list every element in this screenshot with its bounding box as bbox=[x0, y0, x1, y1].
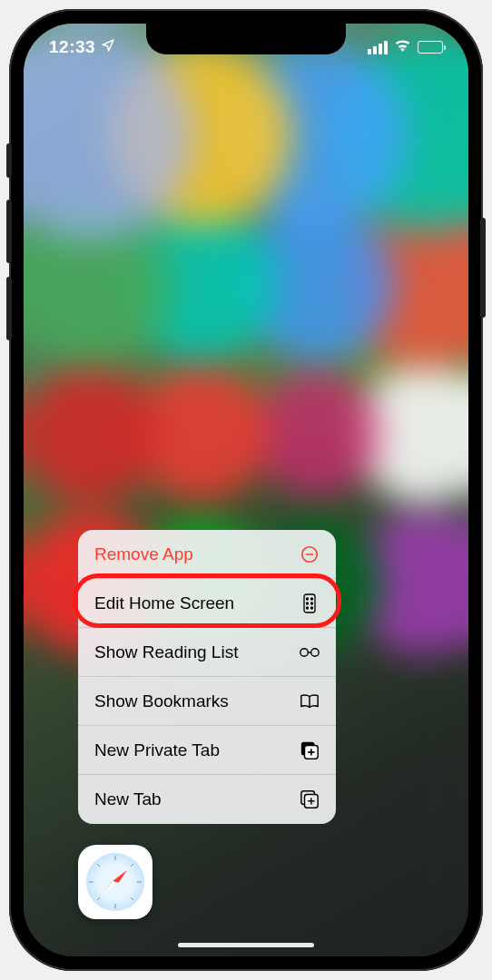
wifi-icon bbox=[394, 39, 411, 55]
menu-item-show-bookmarks[interactable]: Show Bookmarks bbox=[78, 677, 336, 726]
menu-item-new-private-tab[interactable]: New Private Tab bbox=[78, 726, 336, 775]
book-icon bbox=[300, 691, 320, 711]
status-time: 12:33 bbox=[49, 37, 95, 57]
plus-square-fill-icon bbox=[300, 740, 320, 760]
svg-point-8 bbox=[311, 607, 313, 609]
svg-point-4 bbox=[311, 598, 313, 600]
svg-rect-2 bbox=[304, 594, 315, 612]
menu-item-label: Show Reading List bbox=[94, 642, 238, 662]
volume-down-button bbox=[6, 277, 12, 340]
menu-item-label: Remove App bbox=[94, 544, 193, 564]
menu-item-new-tab[interactable]: New Tab bbox=[78, 775, 336, 824]
plus-square-icon bbox=[300, 789, 320, 809]
svg-point-3 bbox=[307, 598, 309, 600]
svg-point-5 bbox=[307, 603, 309, 604]
apps-icon bbox=[300, 593, 320, 613]
app-icon-safari[interactable] bbox=[78, 845, 153, 919]
home-indicator[interactable] bbox=[178, 943, 314, 947]
menu-item-show-reading-list[interactable]: Show Reading List bbox=[78, 628, 336, 677]
menu-item-label: Show Bookmarks bbox=[94, 691, 229, 711]
svg-point-9 bbox=[300, 648, 308, 655]
svg-marker-36 bbox=[113, 870, 127, 883]
context-menu: Remove App Edit Home Screen bbox=[78, 530, 336, 824]
side-button bbox=[480, 218, 486, 318]
menu-item-edit-home-screen[interactable]: Edit Home Screen bbox=[78, 579, 336, 628]
svg-point-10 bbox=[311, 648, 319, 655]
menu-item-label: New Private Tab bbox=[94, 740, 220, 760]
glasses-icon bbox=[300, 642, 320, 662]
home-screen[interactable]: 12:33 bbox=[24, 24, 468, 956]
mute-switch bbox=[6, 143, 12, 178]
svg-marker-37 bbox=[103, 881, 118, 894]
menu-item-label: New Tab bbox=[94, 789, 162, 809]
phone-frame: 12:33 bbox=[9, 9, 483, 971]
location-icon bbox=[101, 37, 115, 57]
menu-item-label: Edit Home Screen bbox=[94, 593, 234, 613]
svg-point-6 bbox=[311, 603, 313, 604]
remove-circle-icon bbox=[300, 544, 320, 564]
safari-compass-icon bbox=[86, 853, 144, 911]
cellular-signal-icon bbox=[368, 41, 388, 54]
volume-up-button bbox=[6, 200, 12, 263]
battery-icon bbox=[418, 41, 443, 54]
svg-point-7 bbox=[307, 607, 309, 609]
notch bbox=[146, 24, 346, 54]
menu-item-remove-app[interactable]: Remove App bbox=[78, 530, 336, 579]
